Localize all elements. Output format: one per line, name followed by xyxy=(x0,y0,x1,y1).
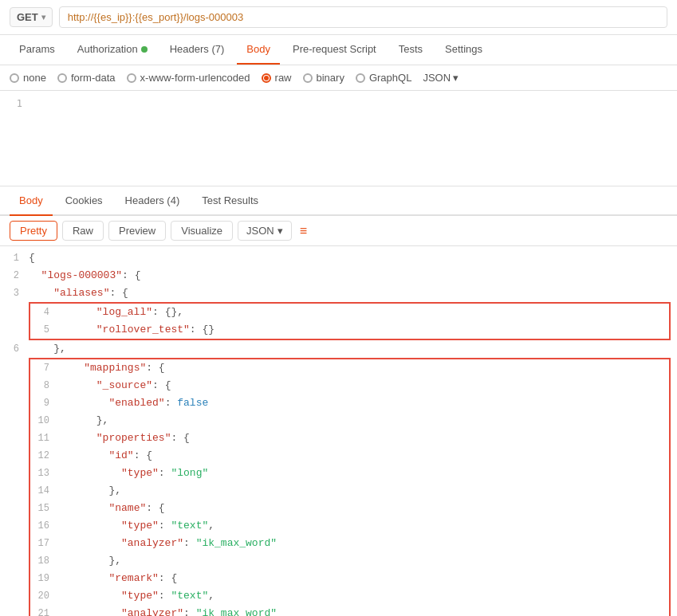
line-num-20: 20 xyxy=(30,588,59,604)
request-body-editor[interactable]: 1 xyxy=(0,91,677,186)
format-bar: Pretty Raw Preview Visualize JSON ▾ ≡ xyxy=(0,216,677,246)
line-num-12: 12 xyxy=(30,448,59,464)
body-type-graphql[interactable]: GraphQL xyxy=(356,72,411,84)
body-type-binary-label: binary xyxy=(317,72,344,84)
resp-tab-body[interactable]: Body xyxy=(10,186,53,216)
code-content-6: }, xyxy=(29,341,677,357)
format-btn-visualize[interactable]: Visualize xyxy=(171,221,233,241)
tab-params-label: Params xyxy=(19,43,55,55)
radio-formdata xyxy=(57,73,67,83)
code-line-3: 3 "aliases": { xyxy=(0,284,677,302)
line-num-9: 9 xyxy=(30,395,59,411)
code-content-10: }, xyxy=(59,413,669,429)
line-num-18: 18 xyxy=(30,553,59,569)
format-btn-preview[interactable]: Preview xyxy=(108,221,166,241)
line-num-17: 17 xyxy=(30,536,59,551)
tab-body[interactable]: Body xyxy=(237,35,280,65)
radio-raw xyxy=(262,73,271,83)
code-content-12: "id": { xyxy=(59,448,669,464)
code-line-18: 18 }, xyxy=(30,552,669,570)
code-content-20: "type": "text", xyxy=(59,588,669,604)
line-num-5: 5 xyxy=(30,322,59,338)
line-num-15: 15 xyxy=(30,500,59,516)
code-line-16: 16 "type": "text", xyxy=(30,517,669,535)
line-num-2: 2 xyxy=(0,268,29,284)
json-format-dropdown[interactable]: JSON ▾ xyxy=(423,72,459,84)
tab-settings[interactable]: Settings xyxy=(435,35,492,65)
body-type-graphql-label: GraphQL xyxy=(369,72,411,84)
body-type-bar: none form-data x-www-form-urlencoded raw… xyxy=(0,65,677,91)
response-tabs: Body Cookies Headers (4) Test Results xyxy=(0,186,677,216)
url-input[interactable] xyxy=(59,6,667,28)
code-content-21: "analyzer": "ik_max_word" xyxy=(59,606,669,616)
line-num-3: 3 xyxy=(0,285,29,301)
line-num-14: 14 xyxy=(30,483,59,499)
method-label: GET xyxy=(17,11,38,23)
resp-tab-cookies-label: Cookies xyxy=(65,194,103,206)
body-type-binary[interactable]: binary xyxy=(303,72,344,84)
filter-icon[interactable]: ≡ xyxy=(300,224,307,238)
request-tabs: Params Authorization Headers (7) Body Pr… xyxy=(0,35,677,65)
line-num-16: 16 xyxy=(30,518,59,534)
line-num-11: 11 xyxy=(30,430,59,446)
code-content-9: "enabled": false xyxy=(59,395,669,411)
response-format-dropdown[interactable]: JSON ▾ xyxy=(238,221,292,241)
code-line-1: 1 { xyxy=(0,249,677,267)
code-content-3: "aliases": { xyxy=(29,285,677,301)
tab-tests-label: Tests xyxy=(399,43,423,55)
tab-headers[interactable]: Headers (7) xyxy=(160,35,234,65)
line-num-7: 7 xyxy=(30,360,59,376)
code-content-2: "logs-000003": { xyxy=(29,268,677,284)
tab-authorization[interactable]: Authorization xyxy=(68,35,157,65)
code-line-8: 8 "_source": { xyxy=(30,377,669,394)
line-num-21: 21 xyxy=(30,606,59,616)
radio-none xyxy=(10,73,19,83)
line-num-4: 4 xyxy=(30,304,59,320)
tab-body-label: Body xyxy=(246,43,270,55)
body-type-raw[interactable]: raw xyxy=(262,72,292,84)
code-line-14: 14 }, xyxy=(30,482,669,500)
resp-tab-body-label: Body xyxy=(19,194,43,206)
resp-tab-headers[interactable]: Headers (4) xyxy=(116,186,190,216)
method-dropdown[interactable]: GET ▾ xyxy=(10,7,53,27)
code-content-13: "type": "long" xyxy=(59,465,669,481)
format-btn-pretty[interactable]: Pretty xyxy=(10,221,57,241)
body-type-urlencoded-label: x-www-form-urlencoded xyxy=(140,72,250,84)
resp-tab-test-results[interactable]: Test Results xyxy=(192,186,268,216)
code-line-17: 17 "analyzer": "ik_max_word" xyxy=(30,535,669,552)
body-type-formdata[interactable]: form-data xyxy=(57,72,116,84)
body-type-none-label: none xyxy=(23,72,46,84)
code-line-21: 21 "analyzer": "ik_max_word" xyxy=(30,605,669,616)
code-line-13: 13 "type": "long" xyxy=(30,465,669,482)
line-num-6: 6 xyxy=(0,341,29,357)
radio-urlencoded xyxy=(127,73,136,83)
resp-tab-cookies[interactable]: Cookies xyxy=(56,186,112,216)
code-line-2: 2 "logs-000003": { xyxy=(0,267,677,284)
body-type-none[interactable]: none xyxy=(10,72,46,84)
tab-pre-request[interactable]: Pre-request Script xyxy=(283,35,386,65)
code-content-16: "type": "text", xyxy=(59,518,669,534)
code-content-7: "mappings": { xyxy=(59,360,669,376)
line-num-13: 13 xyxy=(30,465,59,481)
format-btn-raw[interactable]: Raw xyxy=(62,221,104,241)
code-line-11: 11 "properties": { xyxy=(30,430,669,447)
radio-graphql xyxy=(356,73,365,83)
json-format-label: JSON xyxy=(423,72,451,84)
resp-tab-headers-label: Headers (4) xyxy=(125,194,180,206)
code-line-4: 4 "log_all": {}, xyxy=(30,304,669,321)
tab-params[interactable]: Params xyxy=(10,35,65,65)
url-bar: GET ▾ xyxy=(0,0,677,35)
code-line-7: 7 "mappings": { xyxy=(30,359,669,377)
code-content-17: "analyzer": "ik_max_word" xyxy=(59,536,669,551)
method-chevron: ▾ xyxy=(41,13,45,22)
body-type-raw-label: raw xyxy=(275,72,292,84)
code-content-18: }, xyxy=(59,553,669,569)
code-line-19: 19 "remark": { xyxy=(30,570,669,587)
tab-authorization-label: Authorization xyxy=(77,43,138,55)
body-type-urlencoded[interactable]: x-www-form-urlencoded xyxy=(127,72,250,84)
line-num-8: 8 xyxy=(30,378,59,394)
tab-tests[interactable]: Tests xyxy=(389,35,432,65)
tab-settings-label: Settings xyxy=(445,43,482,55)
code-line-20: 20 "type": "text", xyxy=(30,587,669,605)
code-content-8: "_source": { xyxy=(59,378,669,394)
